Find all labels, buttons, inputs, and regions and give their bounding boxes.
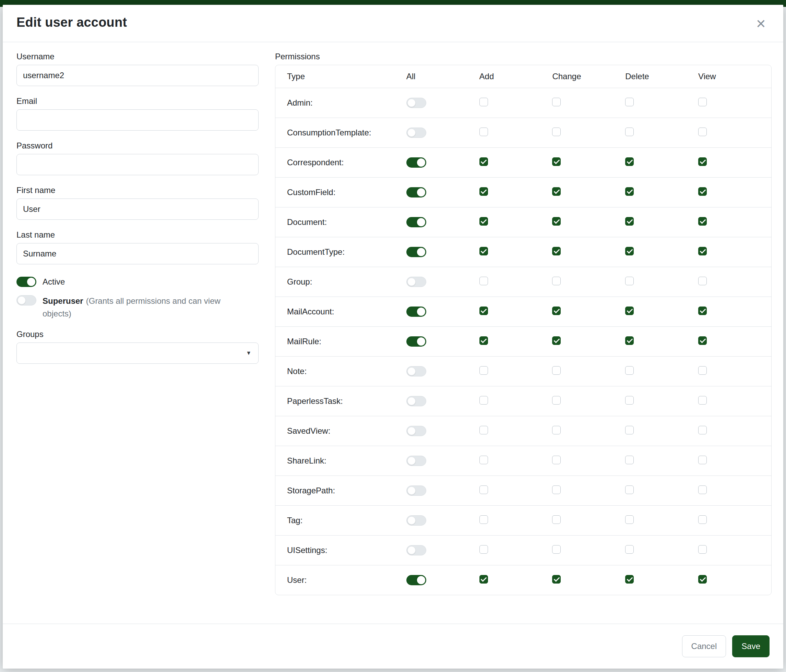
permission-delete-checkbox[interactable] [625,366,634,375]
permission-view-checkbox[interactable] [698,396,707,405]
permission-view-checkbox[interactable] [698,306,707,315]
permission-add-checkbox[interactable] [479,575,488,584]
permission-add-checkbox[interactable] [479,545,488,554]
permission-change-checkbox[interactable] [552,98,561,106]
permission-row: Tag: [275,506,771,535]
permission-view-checkbox[interactable] [698,98,707,106]
permission-row: UISettings: [275,535,771,565]
permission-all-toggle[interactable] [406,247,426,257]
permission-delete-checkbox[interactable] [625,157,634,166]
permission-change-checkbox[interactable] [552,157,561,166]
permission-delete-checkbox[interactable] [625,336,634,345]
permission-delete-checkbox[interactable] [625,575,634,584]
permission-view-checkbox[interactable] [698,426,707,434]
permission-add-checkbox[interactable] [479,456,488,464]
permission-all-toggle[interactable] [406,515,426,526]
password-field[interactable] [16,154,259,175]
permission-delete-checkbox[interactable] [625,545,634,554]
permission-change-checkbox[interactable] [552,336,561,345]
username-input[interactable] [16,65,259,86]
permission-delete-checkbox[interactable] [625,306,634,315]
permission-delete-checkbox[interactable] [625,187,634,196]
permission-delete-checkbox[interactable] [625,515,634,524]
last-name-field[interactable] [16,243,259,264]
permission-view-checkbox[interactable] [698,157,707,166]
permission-change-checkbox[interactable] [552,515,561,524]
permission-all-toggle[interactable] [406,545,426,556]
permission-delete-checkbox[interactable] [625,485,634,494]
permission-delete-checkbox[interactable] [625,456,634,464]
permission-add-checkbox[interactable] [479,396,488,405]
permission-all-toggle[interactable] [406,426,426,436]
permission-change-checkbox[interactable] [552,247,561,256]
permission-add-checkbox[interactable] [479,366,488,375]
close-icon[interactable]: ✕ [752,15,770,33]
permission-view-checkbox[interactable] [698,515,707,524]
permission-delete-checkbox[interactable] [625,217,634,226]
permission-all-toggle[interactable] [406,336,426,347]
permission-change-checkbox[interactable] [552,396,561,405]
permission-add-checkbox[interactable] [479,277,488,285]
permission-add-checkbox[interactable] [479,98,488,106]
permission-view-checkbox[interactable] [698,277,707,285]
permission-change-checkbox[interactable] [552,485,561,494]
save-button[interactable]: Save [732,635,770,657]
permission-change-checkbox[interactable] [552,426,561,434]
permission-change-checkbox[interactable] [552,217,561,226]
active-row: Active [16,277,259,287]
permission-all-toggle[interactable] [406,127,426,138]
permission-view-checkbox[interactable] [698,127,707,136]
permission-view-checkbox[interactable] [698,366,707,375]
permission-add-checkbox[interactable] [479,336,488,345]
permission-all-toggle[interactable] [406,485,426,496]
permission-delete-checkbox[interactable] [625,277,634,285]
permission-change-checkbox[interactable] [552,277,561,285]
permission-change-checkbox[interactable] [552,187,561,196]
permission-view-checkbox[interactable] [698,217,707,226]
permission-all-toggle[interactable] [406,396,426,406]
permission-view-checkbox[interactable] [698,545,707,554]
permission-add-checkbox[interactable] [479,247,488,256]
permission-all-toggle[interactable] [406,157,426,168]
permission-view-checkbox[interactable] [698,485,707,494]
permission-view-checkbox[interactable] [698,456,707,464]
permission-delete-checkbox[interactable] [625,127,634,136]
permission-add-checkbox[interactable] [479,187,488,196]
permission-all-toggle[interactable] [406,306,426,317]
superuser-label: Superuser [42,296,83,306]
permission-add-checkbox[interactable] [479,217,488,226]
groups-select[interactable]: ▼ [16,342,259,364]
permission-view-checkbox[interactable] [698,247,707,256]
permission-all-toggle[interactable] [406,187,426,198]
active-toggle[interactable] [16,277,36,287]
permission-add-checkbox[interactable] [479,515,488,524]
permission-all-toggle[interactable] [406,575,426,585]
permission-view-checkbox[interactable] [698,575,707,584]
permission-change-checkbox[interactable] [552,545,561,554]
permission-all-toggle[interactable] [406,217,426,227]
permission-change-checkbox[interactable] [552,366,561,375]
permission-view-checkbox[interactable] [698,336,707,345]
first-name-field[interactable] [16,198,259,220]
permission-delete-checkbox[interactable] [625,396,634,405]
permission-change-checkbox[interactable] [552,306,561,315]
permission-all-toggle[interactable] [406,456,426,466]
permission-add-checkbox[interactable] [479,127,488,136]
email-field[interactable] [16,109,259,130]
permission-all-toggle[interactable] [406,98,426,108]
cancel-button[interactable]: Cancel [682,635,726,657]
permission-view-checkbox[interactable] [698,187,707,196]
permission-delete-checkbox[interactable] [625,247,634,256]
permission-change-checkbox[interactable] [552,127,561,136]
permission-change-checkbox[interactable] [552,456,561,464]
permission-add-checkbox[interactable] [479,157,488,166]
permission-delete-checkbox[interactable] [625,98,634,106]
permission-add-checkbox[interactable] [479,426,488,434]
permission-add-checkbox[interactable] [479,306,488,315]
permission-change-checkbox[interactable] [552,575,561,584]
permission-add-checkbox[interactable] [479,485,488,494]
superuser-toggle[interactable] [16,295,36,306]
permission-all-toggle[interactable] [406,277,426,287]
permission-all-toggle[interactable] [406,366,426,377]
permission-delete-checkbox[interactable] [625,426,634,434]
